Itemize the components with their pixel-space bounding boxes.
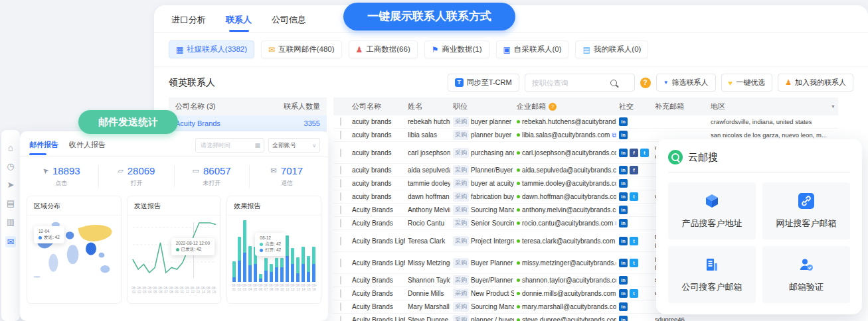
date-range-picker[interactable]: ▦ — [195, 138, 264, 153]
report-icon[interactable]: ▥ — [7, 218, 15, 226]
bar-segment-open — [275, 267, 278, 282]
linkedin-icon[interactable]: in — [619, 117, 628, 126]
send-icon[interactable]: ➤ — [7, 180, 15, 189]
sync-tcrm-button[interactable]: T 同步至T-CRM — [448, 74, 519, 92]
company-row[interactable]: Acuity Brands3355 — [169, 115, 327, 132]
linkedin-icon[interactable]: in — [619, 316, 628, 321]
date-range-input[interactable] — [199, 141, 244, 149]
stacked-bar[interactable] — [264, 258, 268, 282]
position-search-input[interactable] — [531, 78, 606, 88]
tab-1[interactable]: 进口分析 — [171, 14, 206, 32]
account-select[interactable]: 全部账号 ∨ — [268, 138, 320, 153]
position-search[interactable] — [525, 74, 635, 92]
row-checkbox[interactable] — [340, 276, 341, 285]
linkedin-icon[interactable]: in — [619, 276, 628, 285]
linkedin-icon[interactable]: in — [619, 166, 628, 174]
chip-3[interactable]: ♟工商数据(66) — [349, 40, 418, 58]
stacked-bar[interactable] — [296, 257, 300, 282]
row-checkbox[interactable] — [340, 131, 341, 139]
chip-4[interactable]: ⚑商业数据(1) — [424, 40, 489, 58]
x-tick-label: 08-06 — [258, 283, 264, 291]
info-badge-icon[interactable]: ? — [549, 103, 557, 111]
linkedin-icon[interactable]: in — [619, 192, 628, 201]
stacked-bar[interactable] — [286, 235, 289, 282]
mail-tab-1[interactable]: 邮件报告 — [29, 140, 58, 155]
mail-icon[interactable]: ✉ — [5, 236, 17, 247]
stacked-bar[interactable] — [280, 258, 284, 282]
bar-segment-open — [302, 264, 305, 282]
cloud-card[interactable]: 公司搜客户邮箱 — [668, 246, 756, 303]
linkedin-icon[interactable]: in — [619, 237, 628, 245]
company-cell: acuity brands — [349, 165, 405, 175]
linkedin-icon[interactable]: in — [619, 131, 628, 139]
checkbox-cell — [333, 205, 349, 215]
mail-tab-2[interactable]: 收件人报告 — [69, 140, 106, 155]
row-checkbox[interactable] — [340, 316, 341, 321]
facebook-icon[interactable]: f — [630, 149, 638, 157]
linkedin-icon[interactable]: in — [619, 259, 628, 267]
twitter-icon[interactable]: t — [630, 192, 638, 201]
briefcase-icon[interactable]: ▤ — [7, 199, 15, 208]
add-to-my-contacts-button[interactable]: ♟ 加入我的联系人 — [778, 74, 853, 92]
linkedin-icon[interactable]: in — [619, 179, 628, 188]
stacked-bar[interactable] — [259, 274, 262, 282]
row-checkbox[interactable] — [340, 149, 341, 157]
one-click-select-label: 一键优选 — [736, 78, 765, 88]
twitter-icon[interactable]: t — [630, 259, 638, 267]
facebook-icon[interactable]: f — [630, 166, 638, 174]
chip-5[interactable]: ▣自采联系人(0) — [496, 40, 569, 58]
stacked-bar[interactable] — [291, 248, 294, 282]
row-checkbox[interactable] — [340, 206, 341, 214]
twitter-icon[interactable]: t — [630, 237, 638, 245]
row-checkbox[interactable] — [340, 117, 341, 126]
stacked-bar[interactable] — [238, 237, 241, 282]
stacked-bar[interactable] — [302, 247, 305, 282]
linkedin-icon[interactable]: in — [619, 219, 628, 227]
filter-contacts-button[interactable]: ▼ 筛选联系人 — [656, 74, 716, 92]
linkedin-icon[interactable]: in — [619, 206, 628, 214]
row-checkbox[interactable] — [340, 259, 341, 267]
tab-3[interactable]: 公司信息 — [272, 14, 306, 32]
row-checkbox[interactable] — [340, 179, 341, 188]
verified-dot-icon — [517, 279, 520, 282]
stacked-bar[interactable] — [232, 261, 236, 282]
col-header-label: 地区 — [711, 101, 725, 111]
help-icon[interactable]: ? — [640, 78, 651, 88]
stacked-bar[interactable] — [275, 258, 278, 282]
cloud-card[interactable]: 邮箱验证 — [762, 246, 850, 303]
row-checkbox[interactable] — [340, 219, 341, 227]
history-icon[interactable]: ◷ — [7, 162, 14, 170]
verified-dot-icon — [517, 168, 520, 172]
row-checkbox[interactable] — [340, 289, 341, 298]
table-row[interactable]: Acuity Brands LightingSteve Dupree采购plan… — [333, 314, 838, 321]
tab-2[interactable]: 联系人 — [226, 14, 252, 32]
cloud-card[interactable]: 网址搜客户邮箱 — [762, 182, 850, 239]
twitter-icon[interactable]: t — [630, 289, 638, 298]
stacked-bar[interactable] — [254, 247, 257, 282]
stacked-bar[interactable] — [248, 246, 252, 282]
stacked-bar[interactable] — [312, 247, 315, 282]
chip-2[interactable]: ✉互联网邮件(480) — [261, 40, 341, 58]
title-cell: 采购purchasing and sour — [450, 147, 514, 159]
twitter-icon[interactable]: t — [640, 149, 649, 157]
row-checkbox[interactable] — [340, 237, 341, 245]
one-click-select-button[interactable]: ♥ 一键优选 — [721, 74, 773, 92]
home-icon[interactable]: ⌂ — [8, 143, 13, 152]
row-checkbox[interactable] — [340, 192, 341, 201]
mail-tabs: 邮件报告收件人报告 — [29, 140, 106, 155]
chip-1[interactable]: ▦社媒联系人(3382) — [169, 40, 254, 58]
search-icon[interactable] — [610, 80, 617, 86]
stacked-bar[interactable] — [270, 264, 273, 282]
linkedin-icon[interactable]: in — [619, 149, 628, 157]
stacked-bar[interactable] — [307, 256, 310, 282]
row-checkbox[interactable] — [340, 166, 341, 174]
cloud-card[interactable]: 产品搜客户地址 — [668, 182, 756, 239]
linkedin-icon[interactable]: in — [619, 302, 628, 311]
chip-6[interactable]: ▤我的联系人(0) — [575, 40, 648, 58]
x-tick-label: 08-15 — [306, 283, 311, 291]
row-checkbox[interactable] — [340, 302, 341, 311]
linkedin-icon[interactable]: in — [619, 289, 628, 298]
table-row[interactable]: acuity brandsrebekah hutchens采购buyer pla… — [333, 115, 838, 129]
column-filter-icon[interactable]: ▼ — [831, 104, 835, 109]
stacked-bar[interactable] — [243, 220, 246, 282]
